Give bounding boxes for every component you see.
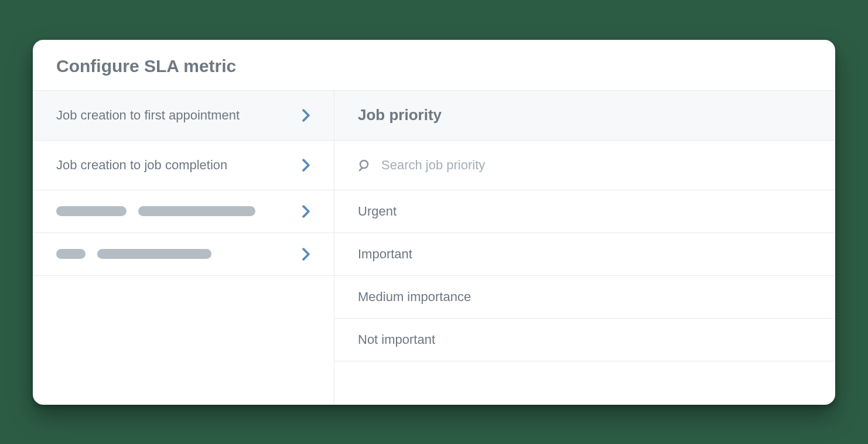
metric-item-placeholder[interactable] [33,190,334,233]
svg-line-1 [360,168,362,170]
metric-item-job-completion[interactable]: Job creation to job completion [33,141,334,190]
placeholder-bar [97,249,211,259]
priority-item-empty [334,361,835,404]
search-row [334,141,835,190]
search-input[interactable] [381,158,812,173]
metric-label: Job creation to job completion [56,158,302,173]
metric-item-first-appointment[interactable]: Job creation to first appointment [33,91,334,141]
card-body: Job creation to first appointment Job cr… [33,91,835,405]
priority-label: Important [358,247,412,262]
priority-label: Urgent [358,204,397,219]
placeholder-bar [56,206,127,216]
priority-header: Job priority [334,91,835,141]
priority-item-urgent[interactable]: Urgent [334,190,835,233]
priority-item-not-important[interactable]: Not important [334,319,835,361]
search-icon [358,158,372,172]
page-title: Configure SLA metric [56,56,812,76]
metric-label: Job creation to first appointment [56,108,302,123]
chevron-right-icon [302,205,310,218]
svg-point-0 [360,160,368,168]
priority-label: Not important [358,332,435,347]
placeholder-bar [138,206,255,216]
chevron-right-icon [302,248,310,261]
metrics-panel: Job creation to first appointment Job cr… [33,91,334,405]
placeholder-bar [56,249,86,259]
priority-panel: Job priority Urgent Important Medium imp… [334,91,835,405]
chevron-right-icon [302,109,310,122]
priority-item-medium[interactable]: Medium importance [334,276,835,319]
card-header: Configure SLA metric [33,40,835,91]
priority-label: Medium importance [358,289,471,305]
priority-item-important[interactable]: Important [334,233,835,276]
config-card: Configure SLA metric Job creation to fir… [33,40,835,405]
priority-title: Job priority [358,106,442,124]
metric-item-placeholder[interactable] [33,233,334,276]
chevron-right-icon [302,159,310,172]
